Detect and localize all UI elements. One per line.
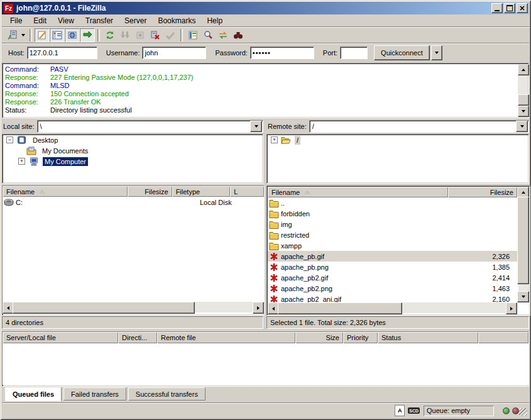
find-files-button[interactable] <box>231 28 246 42</box>
speed-limit-icon[interactable]: SCD <box>408 407 420 414</box>
password-input[interactable] <box>250 47 314 59</box>
toggle-message-log-button[interactable] <box>35 28 50 42</box>
column-last-modified[interactable]: L <box>230 186 264 197</box>
toggle-transfer-queue-button[interactable] <box>80 28 95 42</box>
site-manager-button[interactable] <box>4 28 19 42</box>
column-server-local-file[interactable]: Server/Local file <box>3 332 118 343</box>
tree-item-label: My Computer <box>43 157 88 166</box>
remote-file-row-selected[interactable]: apache_pb.gif 2,326 <box>268 251 517 262</box>
scroll-right-button[interactable] <box>506 302 517 314</box>
local-site-dropdown[interactable] <box>250 121 262 132</box>
column-size[interactable]: Size <box>295 332 343 343</box>
toggle-remote-tree-button[interactable] <box>65 28 80 42</box>
quickconnect-button[interactable]: Quickconnect <box>374 45 430 60</box>
expand-icon[interactable]: + <box>271 136 278 143</box>
remote-file-row[interactable]: .. <box>268 197 517 208</box>
menu-help[interactable]: Help <box>201 16 228 26</box>
remote-site-combo[interactable]: / <box>309 120 529 133</box>
column-filesize[interactable]: Filesize <box>128 186 172 197</box>
maximize-button[interactable] <box>504 3 515 13</box>
image-file-icon <box>269 295 279 303</box>
disconnect-button[interactable] <box>148 28 163 42</box>
remote-file-row[interactable]: apache_pb.png 1,385 <box>268 262 517 272</box>
column-direction[interactable]: Directi... <box>118 332 157 343</box>
column-filename[interactable]: Filename <box>3 186 128 197</box>
remote-site-dropdown[interactable] <box>516 121 528 132</box>
log-scrollbar[interactable] <box>518 64 528 117</box>
scroll-down-button[interactable] <box>518 106 529 117</box>
remote-tree: + / <box>266 134 529 184</box>
minimize-icon <box>495 10 500 11</box>
tab-failed-transfers[interactable]: Failed transfers <box>63 387 126 401</box>
minimize-button[interactable] <box>491 3 503 13</box>
menu-edit[interactable]: Edit <box>28 16 52 26</box>
column-priority[interactable]: Priority <box>343 332 378 343</box>
site-manager-dropdown[interactable] <box>19 28 27 42</box>
remote-status-bar: Selected 1 file. Total size: 2,326 bytes <box>266 316 529 329</box>
column-status[interactable]: Status <box>378 332 478 343</box>
local-file-row[interactable]: C: Local Disk <box>3 197 264 207</box>
remote-file-row[interactable]: apache_pb2.gif 2,414 <box>268 272 517 283</box>
scroll-up-button[interactable] <box>518 64 529 75</box>
remote-file-row[interactable]: apache_pb2.png 1,463 <box>268 283 517 294</box>
menu-bookmarks[interactable]: Bookmarks <box>152 16 201 26</box>
column-filetype[interactable]: Filetype <box>172 186 231 197</box>
column-remote-file[interactable]: Remote file <box>157 332 295 343</box>
menu-server[interactable]: Server <box>119 16 152 26</box>
local-site-combo[interactable]: \ <box>37 120 263 133</box>
menu-transfer[interactable]: Transfer <box>80 16 119 26</box>
directory-comparison-button[interactable] <box>200 28 216 42</box>
column-filesize[interactable]: Filesize <box>448 187 517 197</box>
remote-file-row[interactable]: apache_pb2_ani.gif 2,160 <box>268 294 517 302</box>
toggle-local-tree-button[interactable] <box>50 28 65 42</box>
process-queue-button[interactable] <box>118 28 133 42</box>
queue-body[interactable] <box>3 343 528 385</box>
close-button[interactable] <box>517 3 528 13</box>
local-file-list: Filename Filesize Filetype L C: Local Di… <box>2 185 265 316</box>
refresh-button[interactable] <box>102 28 118 42</box>
synchronized-browsing-button[interactable] <box>216 28 231 42</box>
tree-item-my-computer[interactable]: + My Computer <box>3 156 263 167</box>
menu-view[interactable]: View <box>52 16 80 26</box>
tree-item-root[interactable]: + / <box>267 135 528 145</box>
port-input[interactable] <box>340 47 368 59</box>
menu-file[interactable]: File <box>4 16 28 26</box>
remote-site-label: Remote site: <box>268 123 307 130</box>
tree-item-desktop[interactable]: − Desktop <box>3 135 263 145</box>
collapse-icon[interactable]: − <box>6 136 13 143</box>
scroll-thumb[interactable] <box>517 197 529 284</box>
cancel-operation-button[interactable] <box>133 28 148 42</box>
tab-successful-transfers[interactable]: Successful transfers <box>128 387 205 401</box>
file-size: 1,463 <box>444 285 517 292</box>
transfer-type-icon[interactable]: A <box>395 405 405 416</box>
username-input[interactable] <box>142 47 206 59</box>
remote-vertical-scrollbar[interactable] <box>518 187 529 302</box>
tree-item-my-documents[interactable]: My Documents <box>3 145 263 156</box>
local-list-header: Filename Filesize Filetype L <box>3 186 264 197</box>
remote-file-row[interactable]: forbidden <box>268 208 517 219</box>
file-name: apache_pb2.png <box>281 285 444 292</box>
scroll-down-button[interactable] <box>517 291 529 302</box>
scroll-thumb[interactable] <box>278 302 402 314</box>
filter-button[interactable] <box>185 28 200 42</box>
chevron-down-icon <box>255 125 258 128</box>
quickconnect-dropdown[interactable] <box>431 45 442 60</box>
remote-list-body: .. forbidden img restricted <box>268 197 517 302</box>
remote-horizontal-scrollbar[interactable] <box>268 302 517 313</box>
remote-tree-icon <box>67 30 77 40</box>
remote-file-row[interactable]: img <box>268 219 517 229</box>
scroll-right-button[interactable] <box>253 302 264 314</box>
scroll-thumb[interactable] <box>518 94 529 106</box>
reconnect-button[interactable] <box>163 28 178 42</box>
resize-grip[interactable] <box>519 408 527 416</box>
host-input[interactable] <box>27 47 97 59</box>
titlebar[interactable]: Fz john@127.0.0.1 - FileZilla <box>2 2 529 14</box>
expand-icon[interactable]: + <box>18 158 25 165</box>
scroll-thumb[interactable] <box>13 302 195 314</box>
remote-file-row[interactable]: restricted <box>268 229 517 240</box>
tab-queued-files[interactable]: Queued files <box>5 387 62 401</box>
port-label: Port: <box>323 49 337 57</box>
local-horizontal-scrollbar[interactable] <box>3 302 264 312</box>
column-filename[interactable]: Filename <box>268 187 448 197</box>
remote-file-row[interactable]: xampp <box>268 240 517 251</box>
